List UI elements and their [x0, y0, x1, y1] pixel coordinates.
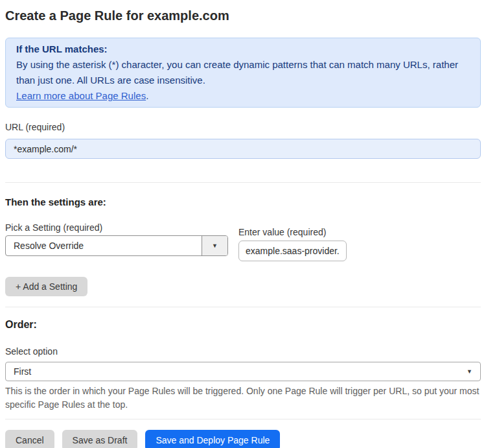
footer-actions: Cancel Save as Draft Save and Deploy Pag…	[5, 430, 481, 448]
divider-above-settings	[5, 182, 481, 183]
order-select-label: Select option	[5, 345, 481, 358]
cancel-button[interactable]: Cancel	[5, 430, 54, 448]
url-input[interactable]	[5, 139, 481, 159]
pick-setting-dropdown[interactable]: Resolve Override ▼	[5, 235, 228, 256]
chevron-down-icon: ▼	[467, 368, 472, 375]
info-box-heading: If the URL matches:	[16, 41, 470, 57]
pick-setting-dropdown-button[interactable]: ▼	[202, 236, 227, 255]
settings-section-heading: Then the settings are:	[5, 196, 481, 209]
enter-value-column: Enter value (required)	[238, 226, 347, 261]
enter-value-label: Enter value (required)	[238, 226, 347, 238]
url-field-label: URL (required)	[5, 121, 481, 134]
pick-setting-label: Pick a Setting (required)	[5, 222, 228, 233]
info-box-link-line: Learn more about Page Rules.	[16, 88, 470, 104]
url-match-info-box: If the URL matches: By using the asteris…	[5, 38, 481, 108]
pick-setting-column: Pick a Setting (required) Resolve Overri…	[5, 222, 228, 256]
chevron-down-icon: ▼	[212, 242, 218, 249]
pick-setting-selected-value: Resolve Override	[6, 241, 84, 251]
page-rule-form: Create a Page Rule for example.com If th…	[0, 0, 486, 448]
save-and-deploy-button[interactable]: Save and Deploy Page Rule	[145, 430, 280, 448]
info-box-body: By using the asterisk (*) character, you…	[16, 57, 470, 88]
setting-value-input[interactable]	[238, 241, 347, 261]
setting-row: Pick a Setting (required) Resolve Overri…	[5, 222, 481, 261]
divider-above-order	[5, 307, 481, 307]
divider-above-footer	[5, 419, 481, 419]
order-selected-value: First	[14, 366, 31, 377]
order-section-heading: Order:	[5, 319, 481, 331]
add-setting-button[interactable]: + Add a Setting	[5, 277, 87, 296]
order-select-dropdown[interactable]: First ▼	[5, 362, 481, 381]
page-title: Create a Page Rule for example.com	[5, 8, 481, 23]
learn-more-link[interactable]: Learn more about Page Rules	[16, 90, 146, 101]
link-period: .	[146, 90, 148, 101]
save-as-draft-button[interactable]: Save as Draft	[62, 430, 138, 448]
order-help-text: This is the order in which your Page Rul…	[5, 384, 481, 412]
